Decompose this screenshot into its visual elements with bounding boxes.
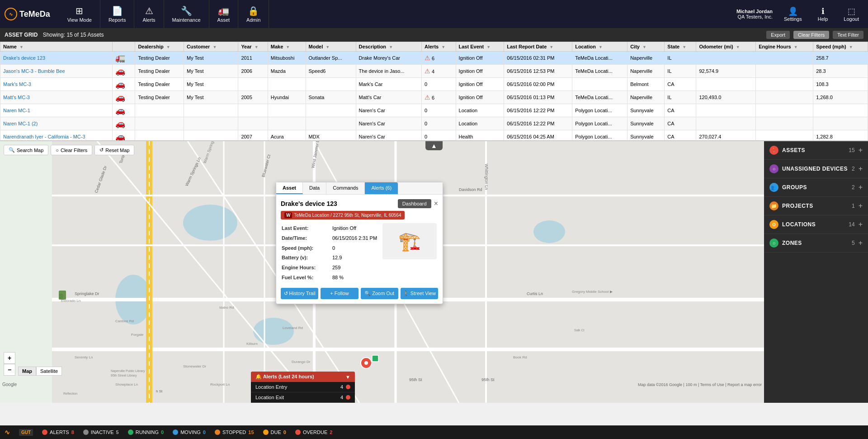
svg-text:Cantore Rd: Cantore Rd: [115, 319, 134, 323]
reset-map-button[interactable]: ↺ Reset Map: [94, 145, 134, 155]
cell-city: Sunnyvale: [627, 104, 665, 117]
cell-year: 2011: [238, 52, 268, 65]
col-description[interactable]: Description ▼: [356, 42, 421, 52]
export-button[interactable]: Export: [766, 31, 790, 39]
col-customer[interactable]: Customer ▼: [184, 42, 238, 52]
overdue-status-value: 2: [330, 429, 332, 435]
col-alerts[interactable]: Alerts ▼: [421, 42, 456, 52]
logout-button[interactable]: ⬚ Logout: [839, 6, 863, 22]
table-row[interactable]: Mark's MC-3 🚗 Testing Dealer My Test Mar…: [0, 78, 868, 91]
map-collapse-button[interactable]: ▲: [425, 141, 443, 150]
table-row[interactable]: Narendranath Iyer - California - MC-3 🚗 …: [0, 130, 868, 142]
nav-alerts[interactable]: ⚠ Alerts: [134, 0, 164, 28]
col-model[interactable]: Model ▼: [306, 42, 356, 52]
popup-tab-commands[interactable]: Commands: [326, 182, 365, 194]
nav-maintenance-label: Maintenance: [172, 17, 201, 23]
alert-entry-count: 4: [340, 384, 343, 390]
panel-locations[interactable]: ⚙ LOCATIONS 14 +: [764, 215, 868, 234]
text-filter-button[interactable]: Text Filter: [833, 31, 863, 39]
settings-button[interactable]: 👤 Settings: [779, 6, 807, 22]
assets-plus-icon[interactable]: +: [859, 146, 863, 154]
table-row[interactable]: Matt's MC-3 🚗 Testing Dealer My Test 200…: [0, 91, 868, 104]
cell-model: Sonata: [306, 91, 356, 104]
svg-text:Whittington Ln: Whittington Ln: [484, 164, 489, 190]
cell-customer: My Test: [184, 52, 238, 65]
follow-button[interactable]: + Follow: [321, 288, 358, 299]
popup-tab-data[interactable]: Data: [303, 182, 326, 194]
panel-assets[interactable]: 📍 ASSETS 15 +: [764, 141, 868, 160]
alerts-panel-body: Location Entry 4 Location Exit 4: [251, 382, 355, 403]
col-state[interactable]: State ▼: [665, 42, 696, 52]
panel-groups-left: 👥 GROUPS: [769, 183, 807, 192]
cell-dealership: Testing Dealer: [135, 78, 184, 91]
zones-plus-icon[interactable]: +: [859, 239, 863, 247]
table-row[interactable]: Naren MC-1 🚗 Naren's Car 0 Location 06/1…: [0, 104, 868, 117]
table-row[interactable]: Drake's device 123 🚛 Testing Dealer My T…: [0, 52, 868, 65]
street-view-button[interactable]: 🚶 Street View: [401, 288, 438, 299]
col-location[interactable]: Location ▼: [572, 42, 627, 52]
nav-view-mode[interactable]: ⊞ View Mode: [59, 0, 100, 28]
zoom-in-button[interactable]: +: [4, 352, 15, 364]
panel-groups[interactable]: 👥 GROUPS 2 +: [764, 178, 868, 197]
popup-close-button[interactable]: ×: [434, 200, 438, 208]
history-trail-button[interactable]: ↺ History Trail: [281, 288, 318, 299]
panel-unassigned[interactable]: ○ UNASSIGNED DEVICES 2 +: [764, 160, 868, 178]
engine-value: 259: [332, 263, 377, 272]
bottom-status-bar: ∿ GUT ALERTS 8 INACTIVE 5 RUNNING 0 MOVI…: [0, 425, 868, 439]
col-dealership[interactable]: Dealership ▼: [135, 42, 184, 52]
popup-title: Drake's device 123: [281, 200, 337, 207]
bottom-logo: ∿: [5, 429, 10, 436]
map-area: Cedar Glade Dr Warm Springs Ln Bluewater…: [0, 141, 868, 403]
due-status-label: DUE: [271, 429, 281, 435]
nav-maintenance[interactable]: 🔧 Maintenance: [164, 0, 209, 28]
cell-city: Naperville: [627, 91, 665, 104]
locations-plus-icon[interactable]: +: [859, 220, 863, 229]
logo-icon: ∿: [5, 8, 17, 20]
col-odometer[interactable]: Odometer (mi) ▼: [696, 42, 756, 52]
cell-odometer: 270,027.4: [696, 130, 756, 142]
col-name[interactable]: Name ▼: [0, 42, 113, 52]
col-make[interactable]: Make ▼: [268, 42, 306, 52]
clear-filters-button[interactable]: Clear Filters: [793, 31, 829, 39]
col-speed[interactable]: Speed (mph) ▼: [813, 42, 868, 52]
svg-point-55: [364, 361, 368, 365]
dashboard-button[interactable]: Dashboard: [398, 199, 431, 208]
map-clear-filters-button[interactable]: ○ Clear Filters: [51, 145, 92, 155]
panel-projects[interactable]: 📁 PROJECTS 1 +: [764, 197, 868, 215]
assets-count: 15: [849, 147, 854, 153]
nav-reports[interactable]: 📄 Reports: [100, 0, 135, 28]
col-last-event[interactable]: Last Event ▼: [456, 42, 504, 52]
unassigned-plus-icon[interactable]: +: [859, 165, 863, 173]
table-row[interactable]: Naren MC-1 (2) 🚗 Naren's Car 0 Location …: [0, 117, 868, 130]
alerts-panel-title: 🔔 Alerts (Last 24 hours): [255, 374, 314, 380]
zoom-out-map-button[interactable]: −: [4, 364, 15, 376]
alerts-panel-header[interactable]: 🔔 Alerts (Last 24 hours) ▼: [251, 372, 355, 382]
stopped-status-label: STOPPED: [222, 429, 246, 435]
status-due: DUE 0: [263, 429, 286, 435]
col-last-report[interactable]: Last Report Date ▼: [504, 42, 572, 52]
cell-model: MDX: [306, 130, 356, 142]
col-year[interactable]: Year ▼: [238, 42, 268, 52]
map-asset-pin-2[interactable]: [371, 354, 380, 364]
projects-plus-icon[interactable]: +: [859, 202, 863, 210]
nav-asset-label: Asset: [217, 17, 230, 23]
col-engine-hours[interactable]: Engine Hours ▼: [756, 42, 813, 52]
map-view-button[interactable]: Map: [18, 367, 36, 376]
help-button[interactable]: ℹ Help: [813, 6, 833, 22]
nav-admin[interactable]: 🔒 Admin: [238, 0, 269, 28]
cell-last-event: Location: [456, 117, 504, 130]
popup-tab-alerts[interactable]: Alerts (6): [365, 182, 398, 194]
satellite-view-button[interactable]: Satellite: [36, 367, 62, 376]
map-toolbar: 🔍 Search Map ○ Clear Filters ↺ Reset Map: [4, 145, 134, 155]
groups-plus-icon[interactable]: +: [859, 183, 863, 191]
popup-tab-asset[interactable]: Asset: [276, 182, 303, 194]
popup-tabs: Asset Data Commands Alerts (6): [276, 182, 443, 195]
nav-admin-label: Admin: [246, 17, 260, 23]
nav-asset[interactable]: 🚛 Asset: [209, 0, 239, 28]
panel-zones[interactable]: ○ ZONES 5 +: [764, 234, 868, 253]
table-row[interactable]: Jason's MC-3 - Bumble Bee 🚗 Testing Deal…: [0, 65, 868, 78]
col-city[interactable]: City ▼: [627, 42, 665, 52]
search-map-button[interactable]: 🔍 Search Map: [4, 145, 48, 155]
zoom-out-button[interactable]: 🔍 Zoom Out: [361, 288, 398, 299]
svg-point-3: [253, 318, 294, 345]
